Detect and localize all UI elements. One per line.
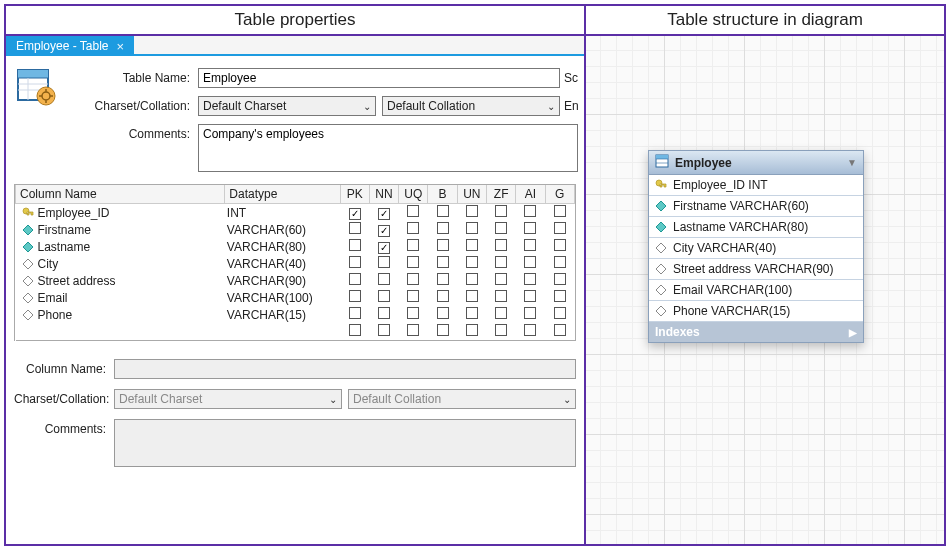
checkbox-zf[interactable]: [495, 307, 507, 319]
checkbox-g[interactable]: [554, 273, 566, 285]
checkbox-uq[interactable]: [407, 324, 419, 336]
table-row[interactable]: CityVARCHAR(40): [16, 255, 575, 272]
checkbox-un[interactable]: [466, 324, 478, 336]
checkbox-zf[interactable]: [495, 222, 507, 234]
checkbox-b[interactable]: [437, 256, 449, 268]
checkbox-pk[interactable]: [349, 256, 361, 268]
checkbox-pk[interactable]: [349, 290, 361, 302]
checkbox-nn[interactable]: [378, 208, 390, 220]
checkbox-g[interactable]: [554, 222, 566, 234]
checkbox-g[interactable]: [554, 239, 566, 251]
checkbox-ai[interactable]: [524, 307, 536, 319]
header-b[interactable]: B: [428, 185, 457, 204]
checkbox-b[interactable]: [437, 239, 449, 251]
table-row[interactable]: EmailVARCHAR(100): [16, 289, 575, 306]
checkbox-g[interactable]: [554, 205, 566, 217]
header-un[interactable]: UN: [457, 185, 486, 204]
checkbox-un[interactable]: [466, 239, 478, 251]
checkbox-pk[interactable]: [349, 307, 361, 319]
checkbox-uq[interactable]: [407, 256, 419, 268]
checkbox-nn[interactable]: [378, 256, 390, 268]
diagram-column-row[interactable]: Employee_ID INT: [649, 175, 863, 196]
table-row-empty[interactable]: [16, 323, 575, 341]
checkbox-zf[interactable]: [495, 324, 507, 336]
checkbox-zf[interactable]: [495, 205, 507, 217]
checkbox-b[interactable]: [437, 273, 449, 285]
checkbox-ai[interactable]: [524, 256, 536, 268]
charset-select[interactable]: Default Charset ⌄: [198, 96, 376, 116]
diagram-indexes-section[interactable]: Indexes ▶: [649, 322, 863, 342]
checkbox-b[interactable]: [437, 222, 449, 234]
checkbox-ai[interactable]: [524, 205, 536, 217]
checkbox-ai[interactable]: [524, 273, 536, 285]
checkbox-uq[interactable]: [407, 307, 419, 319]
tab-employee-table[interactable]: Employee - Table ×: [6, 36, 134, 56]
checkbox-pk[interactable]: [349, 208, 361, 220]
checkbox-g[interactable]: [554, 324, 566, 336]
checkbox-un[interactable]: [466, 222, 478, 234]
header-pk[interactable]: PK: [340, 185, 369, 204]
table-name-input[interactable]: [198, 68, 560, 88]
checkbox-pk[interactable]: [349, 239, 361, 251]
comments-textarea[interactable]: [198, 124, 578, 172]
diagram-column-row[interactable]: Email VARCHAR(100): [649, 280, 863, 301]
checkbox-uq[interactable]: [407, 205, 419, 217]
checkbox-pk[interactable]: [349, 222, 361, 234]
checkbox-b[interactable]: [437, 205, 449, 217]
checkbox-uq[interactable]: [407, 273, 419, 285]
header-nn[interactable]: NN: [369, 185, 398, 204]
checkbox-ai[interactable]: [524, 222, 536, 234]
diagram-column-row[interactable]: Lastname VARCHAR(80): [649, 217, 863, 238]
checkbox-b[interactable]: [437, 324, 449, 336]
checkbox-un[interactable]: [466, 273, 478, 285]
checkbox-pk[interactable]: [349, 324, 361, 336]
diagram-card-title[interactable]: Employee ▼: [649, 151, 863, 175]
diagram-column-row[interactable]: Firstname VARCHAR(60): [649, 196, 863, 217]
checkbox-nn[interactable]: [378, 225, 390, 237]
checkbox-un[interactable]: [466, 256, 478, 268]
diagram-column-row[interactable]: Phone VARCHAR(15): [649, 301, 863, 322]
header-g[interactable]: G: [545, 185, 574, 204]
diagram-table-card[interactable]: Employee ▼ Employee_ID INTFirstname VARC…: [648, 150, 864, 343]
checkbox-g[interactable]: [554, 307, 566, 319]
checkbox-pk[interactable]: [349, 273, 361, 285]
checkbox-nn[interactable]: [378, 324, 390, 336]
col-collation-select[interactable]: Default Collation ⌄: [348, 389, 576, 409]
checkbox-un[interactable]: [466, 205, 478, 217]
table-row[interactable]: Street addressVARCHAR(90): [16, 272, 575, 289]
checkbox-nn[interactable]: [378, 307, 390, 319]
diagram-column-row[interactable]: City VARCHAR(40): [649, 238, 863, 259]
header-uq[interactable]: UQ: [399, 185, 428, 204]
checkbox-uq[interactable]: [407, 239, 419, 251]
header-ai[interactable]: AI: [516, 185, 545, 204]
checkbox-ai[interactable]: [524, 324, 536, 336]
header-column-name[interactable]: Column Name: [16, 185, 225, 204]
checkbox-uq[interactable]: [407, 290, 419, 302]
checkbox-g[interactable]: [554, 290, 566, 302]
column-name-input[interactable]: [114, 359, 576, 379]
table-row[interactable]: Employee_IDINT: [16, 204, 575, 222]
checkbox-nn[interactable]: [378, 290, 390, 302]
checkbox-uq[interactable]: [407, 222, 419, 234]
checkbox-nn[interactable]: [378, 273, 390, 285]
col-comments-textarea[interactable]: [114, 419, 576, 467]
checkbox-zf[interactable]: [495, 290, 507, 302]
checkbox-b[interactable]: [437, 307, 449, 319]
close-icon[interactable]: ×: [117, 40, 125, 53]
diagram-column-row[interactable]: Street address VARCHAR(90): [649, 259, 863, 280]
checkbox-zf[interactable]: [495, 273, 507, 285]
checkbox-un[interactable]: [466, 307, 478, 319]
checkbox-zf[interactable]: [495, 239, 507, 251]
triangle-down-icon[interactable]: ▼: [847, 157, 857, 168]
table-row[interactable]: PhoneVARCHAR(15): [16, 306, 575, 323]
table-row[interactable]: LastnameVARCHAR(80): [16, 238, 575, 255]
collation-select[interactable]: Default Collation ⌄: [382, 96, 560, 116]
checkbox-ai[interactable]: [524, 239, 536, 251]
panel-diagram[interactable]: Employee ▼ Employee_ID INTFirstname VARC…: [586, 36, 944, 544]
header-datatype[interactable]: Datatype: [225, 185, 340, 204]
checkbox-zf[interactable]: [495, 256, 507, 268]
table-row[interactable]: FirstnameVARCHAR(60): [16, 221, 575, 238]
header-zf[interactable]: ZF: [486, 185, 515, 204]
col-charset-select[interactable]: Default Charset ⌄: [114, 389, 342, 409]
checkbox-nn[interactable]: [378, 242, 390, 254]
